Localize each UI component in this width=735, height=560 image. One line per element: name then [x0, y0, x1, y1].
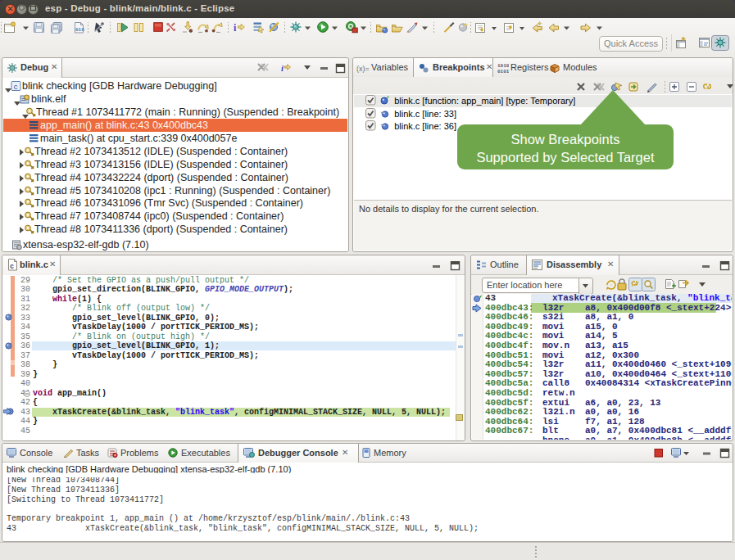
svg-text:c: c: [14, 84, 18, 92]
svg-text:Show Breakpoints: Show Breakpoints: [511, 132, 620, 147]
svg-text:(x)=: (x)=: [356, 65, 370, 73]
svg-text:010: 010: [75, 27, 84, 33]
svg-text:i: i: [281, 63, 284, 73]
svg-text:c: c: [10, 263, 14, 271]
svg-text:0101: 0101: [497, 69, 509, 75]
svg-text:Supported by Selected Target: Supported by Selected Target: [476, 150, 655, 165]
svg-text:i: i: [234, 22, 237, 34]
